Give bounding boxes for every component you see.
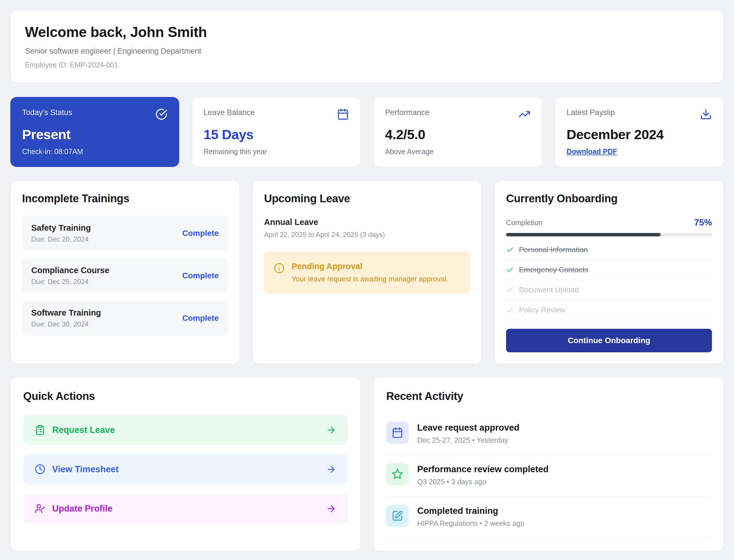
user-check-icon [35,503,45,514]
circle-check-icon [155,108,168,120]
training-list: Safety Training Due: Dec 20, 2024 Comple… [22,216,228,336]
training-item-software: Software Training Due: Dec 30, 2024 Comp… [22,301,228,336]
leave-dates: April 22, 2025 to April 24, 2025 (3 days… [264,231,470,239]
onboarding-step-emergency-contacts: Emergency Contacts [506,260,712,280]
arrow-right-icon [326,503,336,514]
middle-row: Incomplete Trainings Safety Training Due… [10,181,724,364]
clipboard-list-icon [35,425,45,435]
training-item-compliance: Compliance Course Due: Dec 25, 2024 Comp… [22,258,228,293]
activity-title: Completed training [417,506,524,516]
info-icon [274,263,285,274]
recent-activity-list: Leave request approved Dec 25-27, 2025 •… [386,415,711,538]
employee-id: Employee ID: EMP-2024-001 [25,61,709,69]
performance-sub: Above Average [385,147,530,156]
training-due: Due: Dec 25, 2024 [31,278,109,286]
onboarding-step-policy-review: Policy Review [506,300,712,320]
quick-actions-list: Request Leave View Timesheet [23,415,348,523]
trending-up-icon [518,108,530,120]
quick-actions-title: Quick Actions [23,390,348,403]
upcoming-leave-card: Upcoming Leave Annual Leave April 22, 20… [252,181,482,364]
onboarding-step-document-upload: Document Upload [506,280,712,300]
step-label: Document Upload [519,285,579,294]
update-profile-action[interactable]: Update Profile [23,494,348,523]
clock-icon [35,464,45,475]
currently-onboarding-card: Currently Onboarding Completion 75% Pers… [494,181,724,364]
alert-text: Your leave request is awaiting manager a… [292,275,448,283]
recent-activity-card: Recent Activity Leave request approved D… [373,377,724,551]
arrow-right-icon [326,464,336,475]
training-name: Safety Training [31,223,91,233]
activity-meta: Dec 25-27, 2025 • Yesterday [417,436,519,444]
complete-link-safety[interactable]: Complete [182,229,219,238]
continue-onboarding-button[interactable]: Continue Onboarding [506,329,712,352]
step-label: Personal Information [519,245,588,254]
request-leave-action[interactable]: Request Leave [23,415,348,445]
check-icon [506,306,514,314]
checkin-time: Check-in: 08:07AM [22,147,168,156]
leave-balance-card: Leave Balance 15 Days Remaining this yea… [192,97,361,167]
completion-label: Completion [506,219,542,227]
completion-percent: 75% [694,217,712,228]
recent-activity-title: Recent Activity [386,390,711,403]
training-due: Due: Dec 30, 2024 [31,320,101,328]
onboarding-steps: Personal Information Emergency Contacts … [506,240,712,320]
activity-meta: HIPPA Regulations • 2 weeks ago [417,519,524,528]
activity-item-performance-review: Performance review completed Q3 2025 • 3… [386,455,711,497]
alert-title: Pending Approval [292,262,448,271]
check-icon [506,286,514,294]
onboarding-progress-bar [506,233,712,236]
payslip-value: December 2024 [566,127,712,142]
todays-status-card: Today's Status Present Check-in: 08:07AM [10,97,179,167]
quick-actions-card: Quick Actions Request Leave [10,377,361,551]
incomplete-trainings-card: Incomplete Trainings Safety Training Due… [10,181,240,364]
stats-row: Today's Status Present Check-in: 08:07AM… [10,97,724,167]
onboarding-title: Currently Onboarding [506,193,712,205]
performance-value: 4.2/5.0 [385,127,530,142]
training-name: Compliance Course [31,266,109,275]
view-timesheet-label: View Timesheet [52,464,118,475]
trainings-title: Incomplete Trainings [22,193,228,205]
complete-link-compliance[interactable]: Complete [182,271,219,280]
arrow-right-icon [326,425,336,435]
performance-card: Performance 4.2/5.0 Above Average [373,97,542,167]
request-leave-label: Request Leave [52,425,115,435]
onboarding-step-personal-information: Personal Information [506,240,712,260]
leave-balance-value: 15 Days [204,127,349,142]
leave-balance-sub: Remaining this year [204,147,349,156]
activity-title: Leave request approved [417,423,519,433]
activity-title: Performance review completed [417,464,548,475]
activity-meta: Q3 2025 • 3 days ago [417,478,548,486]
activity-item-completed-training: Completed training HIPPA Regulations • 2… [386,497,711,538]
edit-icon [386,505,408,527]
calendar-icon [386,421,408,444]
status-value: Present [22,127,168,142]
download-icon [700,108,712,120]
check-icon [506,266,514,274]
leave-balance-label: Leave Balance [204,108,255,117]
step-label: Emergency Contacts [519,265,588,274]
page-title: Welcome back, John Smith [25,24,709,40]
bottom-row: Quick Actions Request Leave [10,377,724,551]
payslip-label: Latest Payslip [566,108,615,117]
complete-link-software[interactable]: Complete [182,314,219,323]
star-icon [386,463,408,485]
step-label: Policy Review [519,306,565,314]
calendar-icon [337,108,349,120]
training-name: Software Training [31,308,101,318]
performance-label: Performance [385,108,429,117]
upcoming-leave-title: Upcoming Leave [264,193,470,205]
download-pdf-link[interactable]: Download PDF [566,147,617,156]
update-profile-label: Update Profile [52,503,112,514]
view-timesheet-action[interactable]: View Timesheet [23,454,348,484]
leave-type: Annual Leave [264,217,470,227]
check-icon [506,246,514,254]
training-item-safety: Safety Training Due: Dec 20, 2024 Comple… [22,216,228,251]
todays-status-label: Today's Status [22,108,72,117]
latest-payslip-card: Latest Payslip December 2024 Download PD… [555,97,724,167]
job-title: Senior software engineer | Engineering D… [25,47,709,56]
onboarding-progress-fill [506,233,661,236]
training-due: Due: Dec 20, 2024 [31,235,91,243]
welcome-header-card: Welcome back, John Smith Senior software… [10,10,724,83]
activity-item-leave-approved: Leave request approved Dec 25-27, 2025 •… [386,415,711,455]
pending-approval-alert: Pending Approval Your leave request is a… [264,251,470,293]
